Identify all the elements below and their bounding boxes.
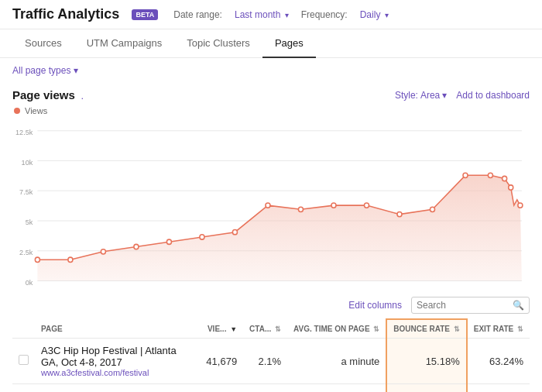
td-views-1: 41,679 [189,339,243,384]
tab-sources[interactable]: Sources [12,29,74,58]
style-dropdown[interactable]: Style: Area ▾ [395,90,447,101]
td-exit-1: 63.24% [467,339,530,384]
svg-text:9/7/2017: 9/7/2017 [125,287,148,289]
svg-text:9/11/2017: 9/11/2017 [189,287,215,289]
chart-area: 0k 2.5k 5k 7.5k 10k 12.5k [12,119,530,289]
legend-label-views: Views [25,106,47,115]
svg-point-27 [503,176,507,181]
svg-point-24 [430,207,434,211]
sort-arrow-exit: ⇅ [517,325,523,333]
svg-text:7.5k: 7.5k [19,188,33,196]
table-section: Edit columns 🔍 PAGE VIE... ▼ CTA... ⇅ AV… [0,297,542,392]
svg-text:9/27/2017: 9/27/2017 [452,287,479,289]
filter-bar: All page types ▾ [0,58,542,82]
svg-point-26 [488,173,492,177]
tab-topic-clusters[interactable]: Topic Clusters [174,29,262,58]
svg-point-21 [331,203,336,208]
tab-utm-campaigns[interactable]: UTM Campaigns [74,29,175,58]
svg-point-22 [364,203,369,208]
svg-point-15 [134,244,139,249]
td-cta-1: 2.1% [243,339,287,384]
svg-point-17 [200,235,204,239]
svg-text:9/19/2017: 9/19/2017 [321,287,347,289]
chart-header: Page views . Style: Area ▾ Add to dashbo… [12,88,530,101]
table-toolbar: Edit columns 🔍 [12,297,530,314]
sort-arrow-bounce: ⇅ [454,325,460,333]
th-bounce-rate[interactable]: BOUNCE RATE ⇅ [386,319,466,339]
date-range-label: Date range: [173,9,222,20]
td-page-1: A3C Hip Hop Festival | Atlanta GA, Oct 4… [35,339,189,384]
chart-controls: Style: Area ▾ Add to dashboard [395,90,530,101]
data-table: PAGE VIE... ▼ CTA... ⇅ AVG. TIME ON PAGE… [12,318,530,392]
search-box: 🔍 [411,297,530,314]
chart-title: Page views [12,88,75,101]
search-input[interactable] [417,300,509,311]
sort-arrow-time: ⇅ [373,325,379,333]
th-views[interactable]: VIE... ▼ [189,319,243,339]
sort-arrow-cta: ⇅ [275,325,281,333]
edit-columns-button[interactable]: Edit columns [348,300,402,311]
svg-text:9/29/2017: 9/29/2017 [485,287,512,289]
td-bounce-2: 4.56% [386,384,466,393]
th-page[interactable]: PAGE [35,319,189,339]
chart-section: Page views . Style: Area ▾ Add to dashbo… [0,82,542,292]
header-controls: Date range: Last month ▾ Frequency: Dail… [173,9,388,20]
svg-text:9/1/2017: 9/1/2017 [26,287,50,289]
svg-text:0k: 0k [26,279,33,287]
header: Traffic Analytics BETA Date range: Last … [0,0,542,29]
table-row: A3C Hip Hop Festival | Atlanta GA, Oct 4… [12,339,530,384]
page-name-1: A3C Hip Hop Festival | Atlanta GA, Oct 4… [41,345,183,368]
td-bounce-1: 15.18% [386,339,466,384]
chart-legend: Views [12,106,530,115]
page-url-1[interactable]: www.a3cfestival.com/festival [41,368,183,377]
svg-point-19 [266,203,270,208]
chevron-down-icon: ▾ [74,65,78,76]
svg-point-28 [509,185,513,190]
legend-dot-views [14,108,20,114]
svg-text:9/23/2017: 9/23/2017 [386,287,413,289]
svg-point-18 [232,230,237,235]
svg-text:9/15/2017: 9/15/2017 [255,287,281,289]
frequency-dropdown[interactable]: Daily ▾ [360,9,389,20]
chevron-down-icon: ▾ [442,90,447,101]
chart-title-group: Page views . [12,88,84,101]
th-time[interactable]: AVG. TIME ON PAGE ⇅ [287,319,386,339]
svg-text:9/17/2017: 9/17/2017 [288,287,314,289]
td-time-1: a minute [287,339,386,384]
row-checkbox-2[interactable] [12,384,35,393]
svg-text:9/13/2017: 9/13/2017 [222,287,249,289]
svg-point-20 [298,207,303,211]
td-time-2: a minute [287,384,386,393]
td-cta-2: 3.2% [243,384,287,393]
td-page-2: A3C Music Festival & Conference www.a3cf… [35,384,189,393]
svg-text:9/21/2017: 9/21/2017 [354,287,380,289]
sort-arrow-views: ▼ [230,325,237,333]
td-views-2: 25,772 [189,384,243,393]
beta-badge: BETA [132,9,158,20]
tab-pages[interactable]: Pages [262,29,316,58]
svg-text:9/5/2017: 9/5/2017 [92,287,115,289]
svg-point-13 [68,257,73,262]
svg-text:2.5k: 2.5k [19,249,33,256]
table-row: A3C Music Festival & Conference www.a3cf… [12,384,530,393]
row-checkbox-1[interactable] [12,339,35,384]
th-cta[interactable]: CTA... ⇅ [243,319,287,339]
date-range-dropdown[interactable]: Last month ▾ [235,9,289,20]
svg-text:5k: 5k [26,218,33,226]
svg-point-16 [166,239,171,244]
svg-text:12.5k: 12.5k [15,129,33,136]
svg-text:9/9/2017: 9/9/2017 [158,287,181,289]
svg-text:10k: 10k [22,159,33,167]
add-to-dashboard-button[interactable]: Add to dashboard [456,90,530,101]
page-type-filter[interactable]: All page types ▾ [12,65,78,76]
svg-text:9/25/2017: 9/25/2017 [420,287,446,289]
chart-title-indicator: . [81,90,84,101]
th-checkbox [12,319,35,339]
chevron-down-icon: ▾ [385,11,389,19]
nav-tabs: Sources UTM Campaigns Topic Clusters Pag… [0,29,542,58]
svg-point-25 [463,173,468,177]
th-exit-rate[interactable]: EXIT RATE ⇅ [467,319,530,339]
search-icon: 🔍 [513,300,524,311]
chevron-down-icon: ▾ [285,11,289,19]
svg-text:9/3/2017: 9/3/2017 [59,287,82,289]
